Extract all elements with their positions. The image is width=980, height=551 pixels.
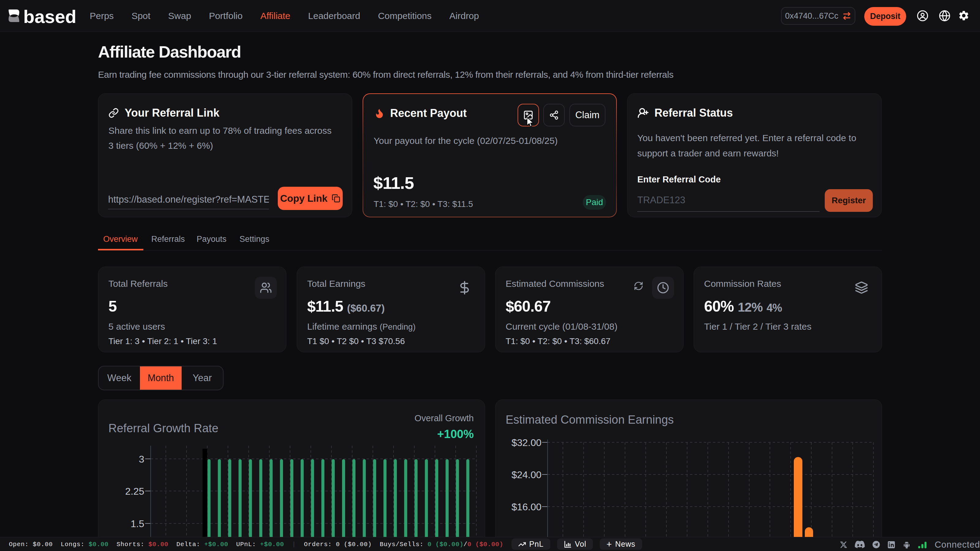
svg-text:1.5: 1.5 [131,518,144,529]
svg-text:$16.00: $16.00 [511,502,541,513]
svg-text:2.25: 2.25 [125,486,144,497]
svg-text:$32.00: $32.00 [511,437,541,448]
svg-text:3: 3 [139,454,144,465]
svg-text:$24.00: $24.00 [511,469,541,480]
